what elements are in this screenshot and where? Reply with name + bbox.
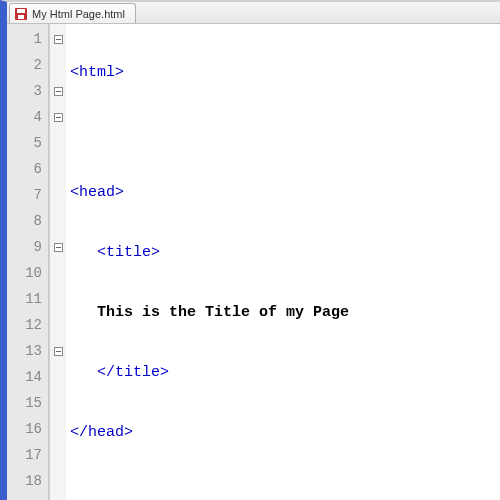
code-line: </title> [70,360,500,386]
fold-toggle-icon[interactable] [54,35,63,44]
fold-toggle-icon[interactable] [54,347,63,356]
code-line [70,480,500,500]
line-number: 8 [7,208,48,234]
fold-toggle-icon[interactable] [54,113,63,122]
line-number: 7 [7,182,48,208]
line-number: 6 [7,156,48,182]
code-line [70,120,500,146]
code-line: This is the Title of my Page [70,300,500,326]
code-line: <html> [70,60,500,86]
svg-rect-2 [18,15,24,19]
line-number: 3 [7,78,48,104]
code-line: <head> [70,180,500,206]
svg-rect-1 [17,9,25,13]
line-number: 16 [7,416,48,442]
editor-window: My Html Page.html 1 2 3 4 5 6 7 8 9 10 1… [0,0,500,500]
code-editor[interactable]: 1 2 3 4 5 6 7 8 9 10 11 12 13 14 15 16 1… [7,24,500,500]
tab-bar: My Html Page.html [7,2,500,24]
line-number: 12 [7,312,48,338]
fold-column [50,24,66,500]
code-area[interactable]: <html> <head> <title> This is the Title … [66,24,500,500]
file-tab[interactable]: My Html Page.html [9,3,136,23]
line-number: 1 [7,26,48,52]
line-number: 18 [7,468,48,494]
line-number: 11 [7,286,48,312]
line-number: 10 [7,260,48,286]
line-number: 15 [7,390,48,416]
fold-toggle-icon[interactable] [54,87,63,96]
save-icon [14,7,28,21]
code-line: </head> [70,420,500,446]
code-line: <title> [70,240,500,266]
line-number: 4 [7,104,48,130]
fold-toggle-icon[interactable] [54,243,63,252]
line-number: 17 [7,442,48,468]
line-number: 2 [7,52,48,78]
line-number-gutter: 1 2 3 4 5 6 7 8 9 10 11 12 13 14 15 16 1… [7,24,49,500]
line-number: 13 [7,338,48,364]
line-number: 9 [7,234,48,260]
line-number: 14 [7,364,48,390]
tab-filename: My Html Page.html [32,8,125,20]
line-number: 5 [7,130,48,156]
